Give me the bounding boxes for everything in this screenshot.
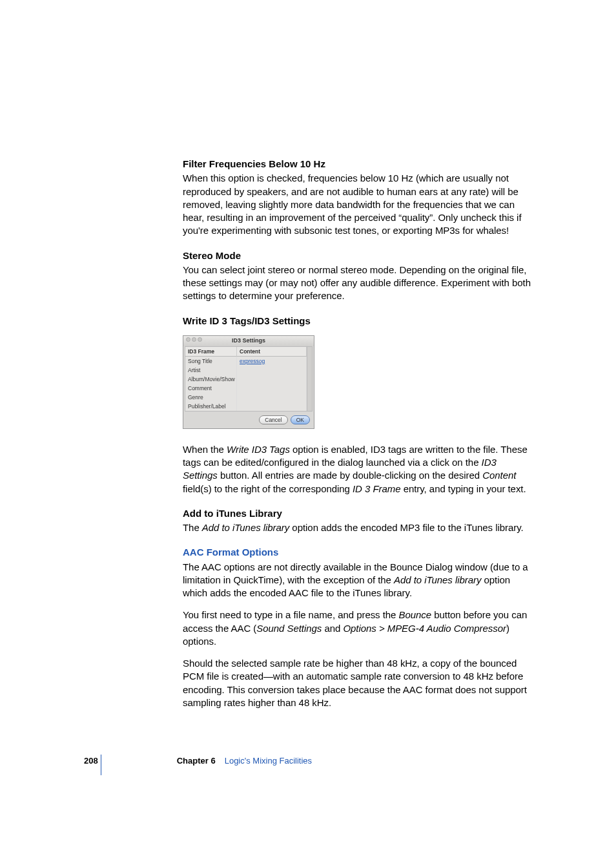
text: button. All entries are made by double-c… — [218, 470, 482, 481]
heading-stereo: Stereo Mode — [183, 249, 531, 262]
text-italic: Add to iTunes library — [394, 574, 481, 585]
text: The — [183, 522, 202, 533]
para-filter: When this option is checked, frequencies… — [183, 172, 531, 237]
row-label: Song Title — [185, 357, 237, 366]
close-icon[interactable] — [186, 337, 190, 342]
text: When the — [183, 444, 227, 455]
page-footer: 208 Chapter 6 Logic's Mixing Facilities — [84, 756, 536, 766]
ok-button[interactable]: OK — [291, 415, 310, 424]
row-value[interactable] — [237, 366, 307, 375]
heading-id3: Write ID 3 Tags/ID3 Settings — [183, 315, 531, 328]
text-italic: Options > MPEG-4 Audio Compressor — [343, 623, 506, 634]
page-content: Filter Frequencies Below 10 Hz When this… — [183, 158, 531, 721]
para-id3: When the Write ID3 Tags option is enable… — [183, 443, 531, 496]
dialog-buttons: Cancel OK — [183, 412, 314, 428]
heading-aac: AAC Format Options — [183, 546, 531, 559]
row-label: Publisher/Label — [185, 402, 237, 411]
text-italic: Sound Settings — [256, 623, 322, 634]
para-aac-2: You first need to type in a file name, a… — [183, 609, 531, 648]
row-value[interactable] — [237, 393, 307, 402]
text-italic: Bounce — [399, 609, 432, 620]
text: field(s) to the right of the correspondi… — [183, 483, 353, 494]
heading-itunes: Add to iTunes Library — [183, 507, 531, 520]
id3-dialog-titlebar: ID3 Settings — [183, 336, 314, 346]
chapter-label: Chapter 6 — [177, 756, 216, 766]
col-content: Content — [237, 347, 307, 357]
zoom-icon[interactable] — [198, 337, 202, 342]
text: entry, and typing in your text. — [401, 483, 526, 494]
para-stereo: You can select joint stereo or normal st… — [183, 264, 531, 303]
row-value[interactable] — [237, 375, 307, 384]
text-italic: Write ID3 Tags — [227, 444, 290, 455]
id3-dialog: ID3 Settings ID3 Frame Content Song Titl… — [183, 335, 314, 429]
text: You first need to type in a file name, a… — [183, 609, 399, 620]
text: option adds the encoded MP3 file to the … — [289, 522, 523, 533]
page-number: 208 — [84, 756, 98, 766]
row-label: Genre — [185, 393, 237, 402]
scrollbar[interactable] — [307, 347, 312, 411]
text-italic: Add to iTunes library — [202, 522, 289, 533]
chapter-title: Logic's Mixing Facilities — [225, 756, 312, 766]
footer-rule — [101, 755, 101, 775]
row-label: Album/Movie/Show — [185, 375, 237, 384]
text: and — [322, 623, 343, 634]
row-value[interactable] — [237, 384, 307, 393]
minimize-icon[interactable] — [192, 337, 196, 342]
text-italic: ID 3 Frame — [353, 483, 401, 494]
row-label: Artist — [185, 366, 237, 375]
id3-table: ID3 Frame Content Song Title expressog A… — [185, 346, 313, 412]
cancel-button[interactable]: Cancel — [259, 415, 287, 424]
para-aac-1: The AAC options are not directly availab… — [183, 561, 531, 600]
text-italic: Content — [482, 470, 516, 481]
col-id3-frame: ID3 Frame — [185, 347, 237, 357]
para-itunes: The Add to iTunes library option adds th… — [183, 521, 531, 534]
row-value[interactable]: expressog — [237, 357, 307, 366]
heading-filter: Filter Frequencies Below 10 Hz — [183, 158, 531, 171]
id3-dialog-title: ID3 Settings — [232, 337, 265, 344]
row-label: Comment — [185, 384, 237, 393]
para-aac-3: Should the selected sample rate be highe… — [183, 657, 531, 709]
row-value[interactable] — [237, 402, 307, 411]
window-controls — [186, 337, 202, 342]
